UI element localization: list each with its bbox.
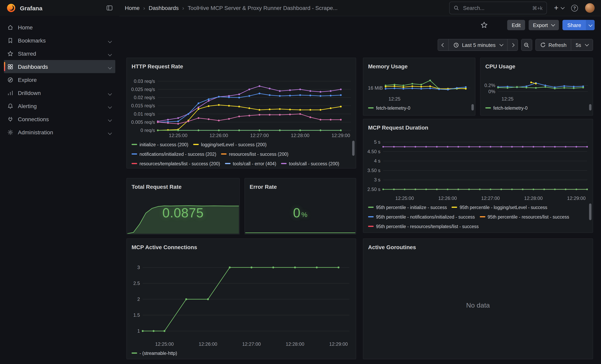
search-input[interactable]: ⌘+k — [449, 2, 547, 14]
sidebar-item-administration[interactable]: Administration — [4, 126, 115, 139]
chevron-down-icon[interactable] — [107, 129, 111, 135]
legend-item[interactable]: tools/list - success (200) — [131, 169, 189, 170]
panel-title[interactable]: MCP Active Connections — [127, 239, 356, 254]
sidebar-item-dashboards[interactable]: Dashboards — [4, 60, 115, 73]
chevron-down-icon[interactable] — [107, 37, 111, 43]
sidebar-item-bookmarks[interactable]: Bookmarks — [4, 34, 115, 47]
svg-text:12:26:00: 12:26:00 — [438, 196, 457, 201]
time-range-picker[interactable]: Last 5 minutes — [448, 39, 507, 50]
sidebar: Home Bookmarks Starred Dashboards Explor… — [0, 16, 119, 364]
legend-item[interactable]: 95th percentile - notifications/initiali… — [368, 213, 475, 221]
panel-title[interactable]: Active Goroutines — [363, 239, 593, 254]
plug-icon — [7, 116, 13, 122]
svg-text:12:28:00: 12:28:00 — [524, 196, 542, 201]
add-new-button[interactable] — [554, 5, 564, 11]
share-dropdown-icon[interactable] — [586, 20, 595, 30]
cpu-usage-chart[interactable]: 0.2%0%12:25 — [481, 73, 593, 103]
sidebar-item-starred[interactable]: Starred — [4, 47, 115, 60]
legend-item[interactable]: logging/setLevel - success (200) — [193, 141, 267, 148]
home-icon — [7, 24, 13, 30]
svg-text:12:26:00: 12:26:00 — [210, 133, 228, 138]
svg-text:0.025 req/s: 0.025 req/s — [131, 87, 155, 92]
legend-item[interactable]: 95th percentile - initialize - success — [368, 204, 447, 211]
mcp-request-duration-chart[interactable]: 2.50 s3 s3.50 s4 s4.50 s5 s12:25:0012:26… — [363, 134, 593, 202]
panel-title[interactable]: Memory Usage — [363, 58, 475, 73]
breadcrumb-separator-icon — [143, 5, 145, 11]
svg-text:16 MiB: 16 MiB — [368, 85, 383, 91]
legend-item[interactable]: 95th percentile - resources/templates/li… — [368, 223, 479, 230]
search-text-field[interactable] — [462, 5, 529, 11]
panel-title[interactable]: Total Request Rate — [127, 178, 239, 194]
dashboard-actions: Edit Export Share — [481, 20, 595, 30]
sidebar-item-home[interactable]: Home — [4, 21, 115, 34]
legend-scrollbar[interactable] — [471, 104, 474, 116]
legend-item[interactable]: fetch-telemetry-0 — [485, 104, 528, 112]
bell-icon — [7, 103, 13, 109]
panel-http-request-rate: HTTP Request Rate 0 req/s0.005 req/s0.01… — [126, 58, 356, 168]
panel-error-rate: Error Rate 0% — [244, 178, 356, 235]
sidebar-item-drilldown[interactable]: Drilldown — [4, 86, 115, 99]
help-icon[interactable] — [571, 5, 578, 11]
time-forward-button[interactable] — [507, 39, 517, 50]
clock-icon — [453, 42, 459, 48]
panel-title[interactable]: HTTP Request Rate — [127, 58, 356, 73]
grafana-logo-icon[interactable] — [6, 3, 16, 13]
legend: 95th percentile - initialize - success95… — [363, 202, 593, 235]
svg-text:3 s: 3 s — [374, 177, 381, 182]
zoom-out-icon[interactable] — [521, 39, 532, 50]
chevron-down-icon[interactable] — [107, 103, 111, 109]
memory-usage-chart[interactable]: 16 MiB12:25 — [363, 73, 475, 103]
sidebar-item-explore[interactable]: Explore — [4, 73, 115, 86]
refresh-interval-picker[interactable]: 5s — [571, 39, 593, 50]
http-request-rate-chart[interactable]: 0 req/s0.005 req/s0.01 req/s0.015 req/s0… — [127, 73, 356, 139]
panel-total-request-rate: Total Request Rate 0.0875 — [126, 178, 240, 235]
legend: fetch-telemetry-0 — [363, 103, 475, 117]
svg-text:0.03 req/s: 0.03 req/s — [134, 79, 155, 84]
breadcrumb-dashboards[interactable]: Dashboards — [149, 5, 179, 11]
panel-title[interactable]: CPU Usage — [481, 58, 593, 73]
time-back-button[interactable] — [438, 39, 448, 50]
chevron-down-icon[interactable] — [107, 63, 111, 70]
panel-title[interactable]: Error Rate — [245, 178, 356, 194]
export-button[interactable]: Export — [529, 20, 559, 30]
user-avatar[interactable] — [585, 3, 595, 13]
mcp-active-connections-chart[interactable]: 11.522.5312:25:0012:26:0012:27:0012:28:0… — [127, 254, 356, 348]
svg-text:4 s: 4 s — [374, 158, 381, 164]
legend: fetch-telemetry-0 — [481, 103, 593, 117]
breadcrumb-home[interactable]: Home — [125, 5, 140, 11]
sidebar-toggle-icon[interactable] — [106, 5, 113, 11]
legend-item[interactable]: 95th percentile - resources/list - succe… — [480, 213, 569, 221]
legend-item[interactable]: unknown - success (200) — [193, 169, 252, 170]
brand-name: Grafana — [20, 5, 42, 11]
edit-button[interactable]: Edit — [507, 20, 525, 30]
share-button[interactable]: Share — [563, 20, 595, 30]
chevron-down-icon[interactable] — [107, 90, 111, 96]
legend-item[interactable]: initialize - success (200) — [131, 141, 188, 148]
legend-item[interactable]: 95th percentile - logging/setLevel - suc… — [452, 204, 547, 211]
gear-icon — [7, 129, 13, 135]
svg-text:12:27:00: 12:27:00 — [250, 133, 269, 138]
sidebar-item-connections[interactable]: Connections — [4, 112, 115, 126]
legend-item[interactable]: resources/templates/list - success (200) — [131, 160, 220, 167]
chevron-down-icon[interactable] — [107, 116, 111, 122]
legend-scrollbar[interactable] — [589, 204, 591, 233]
legend-item[interactable]: tools/call - error (404) — [225, 160, 276, 167]
svg-text:0.02 req/s: 0.02 req/s — [134, 95, 155, 100]
svg-text:5 s: 5 s — [374, 139, 381, 145]
chevron-down-icon[interactable] — [107, 50, 111, 57]
favorite-star-icon[interactable] — [481, 21, 488, 29]
panel-title[interactable]: MCP Request Duration — [363, 119, 593, 134]
legend-item[interactable]: - (streamable-http) — [131, 349, 177, 357]
legend-item[interactable]: tools/call - success (200) — [281, 160, 339, 167]
refresh-button[interactable]: Refresh — [536, 39, 571, 50]
legend-item[interactable]: fetch-telemetry-0 — [368, 104, 411, 112]
grafana-app: Grafana Home Dashboards ToolHive MCP Ser… — [0, 0, 601, 364]
legend-item[interactable]: notifications/initialized - success (202… — [131, 150, 216, 158]
svg-text:3: 3 — [137, 265, 140, 270]
legend-item[interactable]: resources/list - success (200) — [221, 150, 288, 158]
sidebar-item-alerting[interactable]: Alerting — [4, 99, 115, 112]
legend: initialize - success (200)logging/setLev… — [127, 139, 356, 170]
svg-text:0 req/s: 0 req/s — [140, 128, 155, 133]
legend-scrollbar[interactable] — [352, 141, 355, 168]
legend-scrollbar[interactable] — [589, 104, 591, 116]
